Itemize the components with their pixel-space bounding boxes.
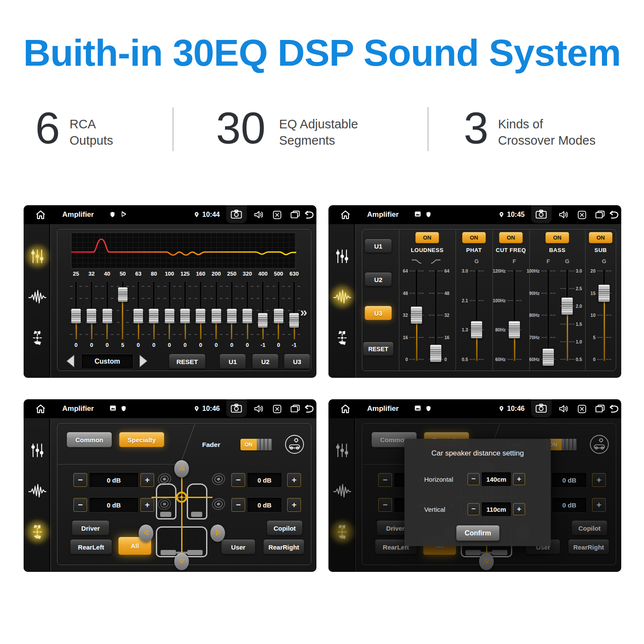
sidebar-nav [24, 224, 51, 378]
stat-label-rca: RCAOutputs [70, 116, 113, 149]
back-icon[interactable] [608, 210, 620, 221]
active-glow [24, 242, 52, 270]
home-icon[interactable] [340, 210, 351, 222]
balance-target[interactable] [176, 492, 187, 503]
screenshot-camera-icon[interactable] [535, 210, 547, 221]
location-pin-icon [498, 405, 504, 414]
app-title: Amplifier [367, 404, 399, 413]
screenshot-distance-dialog: Amplifier10:46CommonSpecialtyFaderON−0 d… [328, 399, 621, 572]
camera-notch [226, 205, 247, 223]
sidebar-equalizer-icon[interactable] [332, 246, 352, 266]
sidebar-equalizer-icon[interactable] [27, 246, 47, 266]
dialog-title: Car speaker distance setting [404, 449, 551, 458]
volume-icon[interactable] [559, 404, 569, 415]
screenshot-equalizer: Amplifier10:4425032040050563080010001250… [24, 205, 316, 378]
stat-number-crossover: 3 [464, 106, 489, 150]
sidebar-balance-icon[interactable] [27, 328, 47, 348]
dialog-row-label: Horizontal [424, 476, 461, 483]
volume-icon[interactable] [254, 210, 264, 221]
active-glow [328, 283, 356, 311]
stat-label-crossover: Kinds ofCrossover Modes [498, 116, 595, 149]
location-pin-icon [498, 211, 504, 220]
distance-dialog: Car speaker distance settingHorizontal−1… [404, 439, 551, 546]
dialog-row-label: Vertical [424, 506, 461, 513]
shield-icon [425, 211, 431, 220]
screenshot-fader-balance: Amplifier10:46CommonSpecialtyFaderON−0 d… [24, 399, 316, 572]
close-app-icon[interactable] [577, 210, 586, 221]
screenshot-camera-icon[interactable] [535, 404, 547, 415]
play-icon [121, 211, 127, 219]
camera-notch [226, 399, 247, 417]
home-icon[interactable] [35, 210, 46, 222]
shield-icon [109, 211, 115, 220]
seat-base [187, 550, 203, 555]
balance-target-dot [180, 496, 183, 498]
location-pin-icon [194, 405, 200, 414]
arrow-down-icon [178, 557, 185, 566]
volume-icon[interactable] [559, 210, 569, 221]
page-title: Buith-in 30EQ DSP Sound System [0, 31, 644, 75]
photo-icon [414, 405, 421, 413]
clock-time: 10:44 [202, 211, 225, 219]
fade-rear-button[interactable] [174, 553, 189, 570]
recent-apps-icon[interactable] [595, 210, 605, 221]
sidebar-nav [24, 418, 51, 572]
seat-base [191, 512, 202, 517]
recent-apps-icon[interactable] [290, 404, 301, 415]
photo-icon [414, 211, 421, 219]
sidebar-balance-icon[interactable] [332, 328, 352, 348]
arrow-up-icon [178, 465, 185, 474]
feature-stats: 6 RCAOutputs 30 EQ AdjustableSegments 3 … [0, 106, 644, 162]
clock-time: 10:46 [202, 405, 225, 413]
fade-front-button[interactable] [174, 460, 189, 477]
sidebar-effects-icon[interactable] [27, 481, 47, 501]
dialog-plus-button[interactable]: + [513, 473, 525, 485]
shield-icon [121, 405, 127, 414]
dialog-plus-button[interactable]: + [513, 503, 525, 515]
back-icon[interactable] [303, 210, 315, 221]
clock-time: 10:46 [507, 405, 530, 413]
status-bar: Amplifier10:45 [328, 205, 621, 224]
sidebar-effects-icon[interactable] [332, 287, 352, 307]
recent-apps-icon[interactable] [290, 210, 301, 221]
balance-right-button[interactable] [210, 525, 225, 542]
balance-crosshair-v [181, 464, 182, 561]
shield-icon [425, 405, 431, 414]
stat-label-eq: EQ AdjustableSegments [279, 116, 358, 149]
dialog-value-box: 110cm [481, 502, 511, 516]
stat-number-rca: 6 [35, 106, 60, 150]
close-app-icon[interactable] [273, 210, 282, 221]
volume-icon[interactable] [254, 404, 264, 415]
location-pin-icon [194, 211, 200, 220]
camera-notch [531, 399, 552, 417]
status-bar: Amplifier10:46 [24, 399, 316, 418]
home-icon[interactable] [35, 404, 46, 416]
recent-apps-icon[interactable] [595, 404, 605, 415]
screenshot-camera-icon[interactable] [231, 210, 242, 221]
status-bar: Amplifier10:46 [328, 399, 621, 418]
stat-number-eq: 30 [216, 106, 266, 150]
stat-divider [428, 107, 428, 151]
close-app-icon[interactable] [273, 404, 282, 415]
stat-divider [173, 107, 173, 151]
sidebar-equalizer-icon[interactable] [27, 440, 47, 460]
arrow-left-icon [143, 529, 150, 538]
sidebar-effects-icon[interactable] [27, 287, 47, 307]
status-bar: Amplifier10:44 [24, 205, 316, 224]
arrow-right-icon [214, 529, 222, 538]
home-icon[interactable] [340, 404, 351, 416]
screenshot-camera-icon[interactable] [231, 404, 242, 415]
balance-left-button[interactable] [139, 525, 153, 542]
photo-icon [109, 405, 116, 413]
main-panel [57, 229, 311, 371]
back-icon[interactable] [608, 404, 620, 415]
confirm-button[interactable]: Confirm [456, 525, 500, 541]
close-app-icon[interactable] [577, 404, 586, 415]
sidebar-balance-icon[interactable] [27, 522, 47, 542]
dialog-minus-button[interactable]: − [468, 473, 480, 485]
camera-notch [531, 205, 552, 223]
main-panel [362, 229, 616, 371]
seat-base [161, 550, 176, 555]
back-icon[interactable] [303, 404, 315, 415]
dialog-minus-button[interactable]: − [468, 503, 480, 515]
